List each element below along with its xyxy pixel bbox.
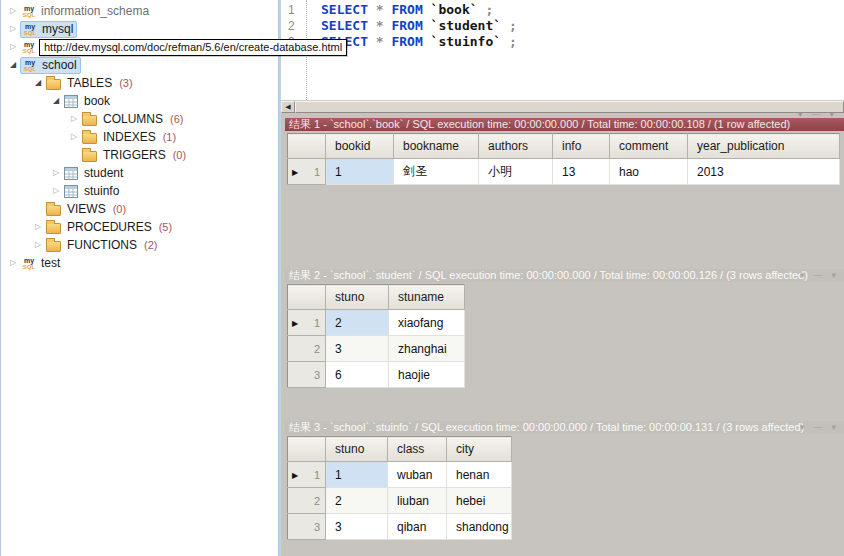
sql-token: ;: [485, 2, 493, 17]
row-selector-cell[interactable]: ▶1: [288, 310, 326, 336]
grid-cell[interactable]: 2: [326, 488, 388, 514]
grid-cell[interactable]: haojie: [389, 362, 465, 388]
grid-cell[interactable]: xiaofang: [389, 310, 465, 336]
item-body: book: [63, 93, 113, 110]
column-header-bookname[interactable]: bookname: [394, 134, 479, 159]
current-row-marker-icon: ▶: [292, 470, 298, 479]
tree-item-test[interactable]: ▷mySQLtest: [1, 254, 278, 272]
sql-editor[interactable]: 123 SELECT * FROM `book` ;SELECT * FROM …: [281, 0, 844, 100]
result-header-1[interactable]: 结果 1 - `school`.`book` / SQL execution t…: [285, 118, 844, 131]
tree-item-views[interactable]: VIEWS(0): [1, 200, 278, 218]
row-selector-cell[interactable]: ▶1: [288, 159, 326, 185]
expand-collapsed-arrow-icon[interactable]: ▷: [6, 38, 20, 56]
column-header-city[interactable]: city: [447, 437, 512, 462]
mysql-logo-bottom: SQL: [23, 12, 35, 18]
dropdown-icon[interactable]: ▾: [800, 271, 805, 280]
tree-item-mysql[interactable]: ▷mySQLmysql: [1, 20, 278, 38]
mysql-db-icon: mySQL: [21, 4, 37, 19]
grid-cell[interactable]: liuban: [388, 488, 447, 514]
grid-cell[interactable]: 小明: [479, 159, 553, 185]
scrollbar-thumb[interactable]: [295, 101, 844, 113]
dropdown-icon[interactable]: ▾: [831, 423, 836, 432]
dropdown-icon[interactable]: ▾: [831, 271, 836, 280]
column-header-comment[interactable]: comment: [610, 134, 688, 159]
row-selector-header[interactable]: [288, 437, 326, 462]
tree-item-label: TRIGGERS: [103, 147, 166, 163]
expand-collapsed-arrow-icon[interactable]: ▷: [31, 236, 45, 254]
row-selector-cell[interactable]: 3: [288, 514, 326, 540]
tree-item-indexes[interactable]: ▷INDEXES(1): [1, 128, 278, 146]
expand-collapsed-arrow-icon[interactable]: ▷: [49, 182, 63, 200]
sql-token: `book`: [431, 2, 478, 17]
expand-collapsed-arrow-icon[interactable]: ▷: [67, 110, 81, 128]
grid-cell[interactable]: wuban: [388, 462, 447, 488]
grid-cell[interactable]: 1: [326, 159, 394, 185]
column-header-stuno[interactable]: stuno: [326, 437, 388, 462]
grid-cell[interactable]: zhanghai: [389, 336, 465, 362]
tree-item-functions[interactable]: ▷FUNCTIONS(2): [1, 236, 278, 254]
expand-collapsed-arrow-icon[interactable]: ▷: [6, 2, 20, 20]
grid-cell[interactable]: 剑圣: [394, 159, 479, 185]
grid-cell[interactable]: 1: [326, 462, 388, 488]
expand-collapsed-arrow-icon[interactable]: ▷: [49, 164, 63, 182]
tree-item-procedures[interactable]: ▷PROCEDURES(5): [1, 218, 278, 236]
expand-expanded-arrow-icon[interactable]: ◢: [31, 74, 45, 92]
dropdown-icon[interactable]: ▾: [798, 110, 803, 119]
tree-item-information-schema[interactable]: ▷mySQLinformation_schema: [1, 2, 278, 20]
row-selector-cell[interactable]: 2: [288, 336, 326, 362]
grid-cell[interactable]: 2013: [688, 159, 840, 185]
row-selector-cell[interactable]: 2: [288, 488, 326, 514]
column-header-class[interactable]: class: [388, 437, 447, 462]
grid-cell[interactable]: hao: [610, 159, 688, 185]
column-header-authors[interactable]: authors: [479, 134, 553, 159]
item-count-badge: (3): [119, 77, 132, 89]
dropdown-icon[interactable]: ▾: [829, 110, 834, 119]
tree-item-student[interactable]: ▷student: [1, 164, 278, 182]
grid-cell[interactable]: 3: [326, 336, 389, 362]
row-selector-cell[interactable]: 3: [288, 362, 326, 388]
minimize-icon[interactable]: —: [813, 423, 822, 432]
grid-cell[interactable]: henan: [447, 462, 512, 488]
expand-expanded-arrow-icon[interactable]: ◢: [6, 56, 20, 74]
grid-cell[interactable]: 3: [326, 514, 388, 540]
sql-token: `student`: [431, 18, 501, 33]
tree-item-book[interactable]: ◢book: [1, 92, 278, 110]
tree-item-stuinfo[interactable]: ▷stuinfo: [1, 182, 278, 200]
expand-collapsed-arrow-icon[interactable]: ▷: [67, 128, 81, 146]
result-header-2[interactable]: 结果 2 - `school`.`student` / SQL executio…: [285, 269, 844, 282]
minimize-icon[interactable]: —: [813, 271, 822, 280]
row-selector-header[interactable]: [288, 285, 326, 310]
sql-statement: SELECT * FROM `book` ;: [321, 2, 517, 18]
row-selector-header[interactable]: [288, 134, 326, 159]
column-header-stuname[interactable]: stuname: [389, 285, 465, 310]
mysql-logo-top: my: [25, 59, 35, 66]
tree-item-school[interactable]: ◢mySQLschool: [1, 56, 278, 74]
panel-window-controls: ▾—▾: [800, 271, 836, 280]
expand-collapsed-arrow-icon[interactable]: ▷: [6, 254, 20, 272]
column-header-year_publication[interactable]: year_publication: [688, 134, 840, 159]
item-body: mySQLinformation_schema: [20, 3, 152, 20]
row-selector-cell[interactable]: ▶1: [288, 462, 326, 488]
column-header-info[interactable]: info: [553, 134, 610, 159]
grid-cell[interactable]: 6: [326, 362, 389, 388]
dropdown-icon[interactable]: ▾: [800, 423, 805, 432]
grid-cell[interactable]: hebei: [447, 488, 512, 514]
column-header-stuno[interactable]: stuno: [326, 285, 389, 310]
mysql-db-icon: mySQL: [22, 22, 38, 37]
minimize-icon[interactable]: —: [811, 110, 820, 119]
sql-token: ;: [509, 18, 517, 33]
grid-cell[interactable]: 13: [553, 159, 610, 185]
grid-cell[interactable]: shandong: [447, 514, 512, 540]
expand-collapsed-arrow-icon[interactable]: ▷: [31, 218, 45, 236]
grid-cell[interactable]: 2: [326, 310, 389, 336]
tree-item-triggers[interactable]: TRIGGERS(0): [1, 146, 278, 164]
grid-header-row: stunostuname: [288, 285, 465, 310]
result-header-3[interactable]: 结果 3 - `school`.`stuinfo` / SQL executio…: [285, 421, 844, 434]
expand-collapsed-arrow-icon[interactable]: ▷: [6, 20, 20, 38]
column-header-bookid[interactable]: bookid: [326, 134, 394, 159]
tree-item-columns[interactable]: ▷COLUMNS(6): [1, 110, 278, 128]
grid-cell[interactable]: qiban: [388, 514, 447, 540]
tree-item-tables[interactable]: ◢TABLES(3): [1, 74, 278, 92]
scroll-left-icon[interactable]: ◀: [281, 101, 295, 113]
expand-expanded-arrow-icon[interactable]: ◢: [49, 92, 63, 110]
